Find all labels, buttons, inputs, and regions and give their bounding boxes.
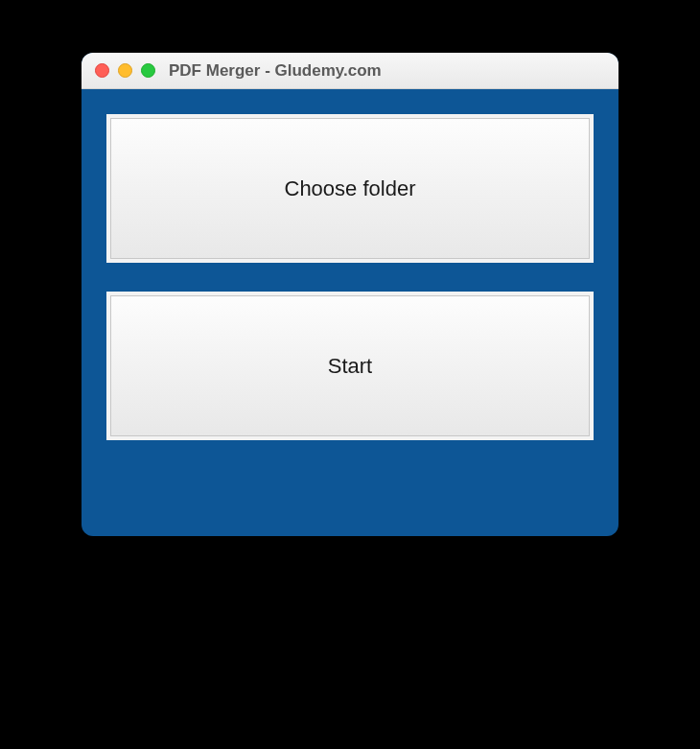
start-label: Start (328, 354, 372, 379)
start-button[interactable]: Start (106, 292, 594, 440)
app-window: PDF Merger - Gludemy.com Choose folder S… (82, 53, 618, 536)
choose-folder-label: Choose folder (285, 176, 416, 201)
titlebar[interactable]: PDF Merger - Gludemy.com (82, 53, 618, 89)
maximize-icon[interactable] (141, 63, 155, 78)
choose-folder-button[interactable]: Choose folder (106, 114, 594, 263)
window-title: PDF Merger - Gludemy.com (169, 61, 382, 81)
traffic-lights (95, 63, 155, 78)
window-body: Choose folder Start (82, 89, 618, 536)
minimize-icon[interactable] (118, 63, 132, 78)
close-icon[interactable] (95, 63, 109, 78)
